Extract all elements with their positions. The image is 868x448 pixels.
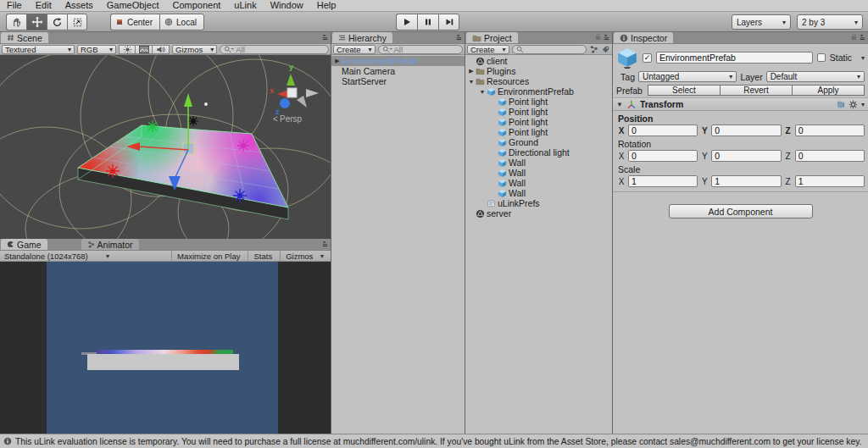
tree-item-plugins[interactable]: ▶Plugins (465, 66, 612, 76)
scale-x-field[interactable] (628, 175, 698, 187)
hand-tool-button[interactable] (6, 14, 26, 30)
tree-item-point-light[interactable]: Point light (465, 127, 612, 137)
gameobject-name-field[interactable] (656, 52, 813, 64)
scene-gizmos-dropdown[interactable]: Gizmos▾ (172, 45, 217, 54)
center-pivot-button[interactable]: Center (110, 14, 159, 30)
tree-item-wall[interactable]: Wall (465, 168, 612, 178)
search-by-label-button[interactable] (601, 45, 610, 54)
tag-dropdown[interactable]: Untagged▾ (638, 71, 737, 82)
tree-item-directional-light[interactable]: Directional light (465, 147, 612, 158)
rotate-tool-button[interactable] (47, 14, 67, 30)
game-gizmos-dropdown[interactable]: Gizmos ▾ (280, 251, 329, 262)
tree-item-resources[interactable]: ▼Resources (465, 76, 612, 86)
scale-tool-button[interactable] (67, 14, 87, 30)
hierarchy-create-button[interactable]: Create▾ (333, 45, 376, 54)
position-z-field[interactable] (795, 124, 865, 136)
prefab-revert-button[interactable]: Revert (720, 85, 793, 96)
stats-button[interactable]: Stats (248, 251, 277, 262)
step-button[interactable] (438, 14, 459, 30)
foldout-arrow-icon[interactable]: ▼ (478, 89, 487, 95)
play-button[interactable] (396, 14, 417, 30)
active-checkbox[interactable]: ✓ (643, 53, 652, 63)
tree-item-point-light[interactable]: Point light (465, 117, 612, 127)
aspect-dropdown[interactable]: Standalone (1024x768)▾ (2, 252, 112, 261)
game-viewport[interactable] (0, 262, 331, 434)
foldout-arrow-icon[interactable]: ▼ (467, 79, 476, 85)
status-bar[interactable]: This uLink evaluation license is tempora… (0, 434, 868, 448)
tab-inspector[interactable]: Inspector (614, 32, 673, 43)
menu-item-file[interactable]: File (0, 0, 29, 11)
pane-menu-button[interactable] (851, 33, 866, 41)
menu-item-ulink[interactable]: uLink (227, 0, 263, 11)
move-tool-button[interactable] (26, 14, 47, 30)
static-checkbox[interactable] (817, 53, 826, 62)
tree-item-environmentprefab[interactable]: ▼EnvironmentPrefab (465, 86, 612, 97)
prefab-apply-button[interactable]: Apply (792, 85, 865, 96)
foldout-arrow-icon[interactable]: ▶ (333, 58, 342, 64)
hierarchy-search-input[interactable]: All (378, 45, 463, 54)
rotation-y-field[interactable] (711, 150, 781, 162)
rotation-z-field[interactable] (795, 150, 865, 162)
tree-item-ulinkprefs[interactable]: uLinkPrefs (465, 198, 612, 208)
rotation-y-label: Y (699, 152, 709, 161)
tab-project[interactable]: Project (466, 32, 518, 43)
position-x-field[interactable] (628, 124, 698, 136)
project-search-input[interactable] (512, 45, 587, 54)
transform-component-header[interactable]: ▼ Transform ▾ (613, 97, 868, 111)
pane-menu-button[interactable] (595, 33, 610, 41)
tree-item-environmentprefab[interactable]: ▶EnvironmentPrefab (331, 56, 465, 66)
scale-z-field[interactable] (795, 175, 865, 187)
shading-mode-dropdown[interactable]: Textured▾ (2, 45, 75, 54)
menu-item-edit[interactable]: Edit (29, 0, 58, 11)
add-component-button[interactable]: Add Component (669, 204, 813, 218)
pane-menu-button[interactable] (321, 33, 329, 41)
tree-item-startserver[interactable]: StartServer (331, 76, 465, 86)
tree-item-wall[interactable]: Wall (465, 158, 612, 168)
menu-item-help[interactable]: Help (310, 0, 343, 11)
scene-viewport[interactable]: y x z < Persp (0, 55, 331, 239)
tree-item-client[interactable]: client (465, 56, 612, 66)
pane-menu-button[interactable] (455, 33, 463, 41)
maximize-on-play-button[interactable]: Maximize on Play (171, 251, 245, 262)
scene-search-input[interactable]: All (220, 45, 329, 54)
layers-dropdown[interactable]: Layers ▾ (732, 14, 791, 30)
tab-animator[interactable]: Animator (81, 239, 139, 250)
gear-dropdown-arrow[interactable]: ▾ (861, 101, 865, 108)
tree-item-ground[interactable]: Ground (465, 137, 612, 147)
scale-y-field[interactable] (711, 175, 781, 187)
layout-dropdown[interactable]: 2 by 3 ▾ (797, 14, 863, 30)
skybox-toggle[interactable] (136, 45, 153, 54)
menu-item-assets[interactable]: Assets (58, 0, 100, 11)
lighting-toggle[interactable] (119, 45, 136, 54)
local-rotation-button[interactable]: Local (159, 14, 204, 30)
menu-item-gameobject[interactable]: GameObject (100, 0, 166, 11)
render-channel-dropdown[interactable]: RGB▾ (77, 45, 116, 54)
foldout-arrow-icon[interactable]: ▶ (467, 68, 476, 75)
tree-item-point-light[interactable]: Point light (465, 97, 612, 107)
audio-toggle[interactable] (153, 45, 170, 54)
prefab-cube-icon[interactable] (616, 47, 638, 69)
tree-item-main-camera[interactable]: Main Camera (331, 66, 465, 76)
static-dropdown-arrow[interactable]: ▾ (861, 54, 865, 62)
persp-label[interactable]: Persp (280, 114, 303, 124)
project-create-button[interactable]: Create▾ (467, 45, 509, 54)
rotation-x-field[interactable] (628, 150, 698, 162)
tab-scene[interactable]: Scene (1, 32, 48, 43)
search-by-type-button[interactable] (589, 45, 598, 54)
pause-button[interactable] (417, 14, 438, 30)
help-book-icon[interactable] (836, 100, 845, 109)
pane-menu-button[interactable] (321, 240, 329, 247)
foldout-arrow-icon[interactable]: ▼ (616, 101, 623, 108)
layer-dropdown[interactable]: Default▾ (766, 71, 865, 82)
gear-icon[interactable] (849, 100, 858, 109)
menu-item-component[interactable]: Component (165, 0, 227, 11)
prefab-select-button[interactable]: Select (648, 85, 721, 96)
tree-item-server[interactable]: server (465, 208, 612, 218)
tree-item-point-light[interactable]: Point light (465, 107, 612, 117)
position-y-field[interactable] (711, 124, 781, 136)
tab-game[interactable]: Game (1, 239, 47, 250)
tab-hierarchy[interactable]: Hierarchy (332, 32, 392, 43)
menu-item-window[interactable]: Window (264, 0, 310, 11)
tree-item-wall[interactable]: Wall (465, 178, 612, 188)
tree-item-wall[interactable]: Wall (465, 188, 612, 198)
